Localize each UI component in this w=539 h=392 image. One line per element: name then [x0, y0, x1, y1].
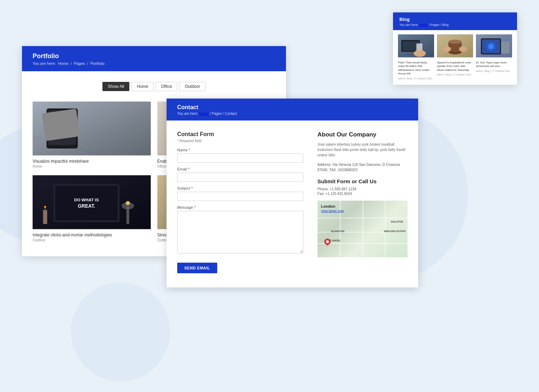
- message-textarea[interactable]: [177, 211, 303, 253]
- map-city-label: London: [321, 204, 335, 208]
- name-label: Name *: [177, 148, 303, 152]
- phone-text: Phone: +1.555.897.1234: [318, 187, 408, 191]
- email-field: Email *: [177, 167, 303, 182]
- portfolio-title: Portfolio: [33, 52, 275, 60]
- blog-title: Blog: [399, 17, 511, 22]
- subject-input[interactable]: [177, 192, 303, 201]
- contact-form-section: Contact Form * Required field Name * Ema…: [177, 131, 303, 273]
- required-note: * Required field: [177, 139, 303, 143]
- blog-article-2: SpaceX's Inspiration4 crew speaks from o…: [437, 61, 473, 80]
- filter-office[interactable]: Office: [156, 82, 177, 91]
- svg-point-36: [414, 50, 426, 57]
- portfolio-item-tag-1: Home: [33, 164, 151, 168]
- about-text: Jowl salami leberkas turkey pork brisket…: [318, 142, 408, 158]
- blog-breadcrumb-home[interactable]: Home: [419, 23, 428, 27]
- blog-article-meta-3: admin / Blog / 27 October 2021: [476, 70, 512, 72]
- portfolio-item-tag-3: Outdoor: [33, 238, 151, 242]
- blog-article-1: Peter Thiel would likely make $5 billion…: [398, 61, 434, 80]
- contact-info-section: About Our Company Jowl salami leberkas t…: [318, 131, 408, 273]
- map-placeholder: DALSTON ISLINGTON THE ANGEL NEW ERA ESTA…: [318, 201, 408, 257]
- blog-body: Peter Thiel would likely make $5 billion…: [393, 30, 517, 85]
- portfolio-thumb-phone: [33, 101, 151, 156]
- email-label: Email *: [177, 167, 303, 171]
- svg-rect-48: [501, 42, 510, 54]
- svg-point-19: [126, 201, 130, 205]
- send-email-button[interactable]: SEND EMAIL: [177, 263, 217, 273]
- svg-point-42: [459, 46, 467, 52]
- address-label: Address:: [318, 163, 331, 167]
- subject-field: Subject *: [177, 186, 303, 201]
- svg-point-41: [443, 46, 451, 52]
- blog-thumb-3: [476, 34, 512, 57]
- about-heading: About Our Company: [318, 131, 408, 138]
- contact-breadcrumb-home[interactable]: Home: [199, 112, 209, 116]
- portfolio-item-title-1: Visualize impactful mindshare: [33, 159, 151, 164]
- message-field: Message *: [177, 205, 303, 255]
- portfolio-item-title-3: Integrate clicks-and-mortar methodologie…: [33, 233, 151, 237]
- blog-article-title-3: Dr. Eric Topol says more Americans will …: [476, 61, 512, 68]
- blog-article-title-1: Peter Thiel would likely make $5 billion…: [398, 61, 434, 76]
- portfolio-header: Portfolio You are here: Home / Pages / P…: [22, 46, 286, 71]
- blog-article-3: Dr. Eric Topol says more Americans will …: [476, 61, 512, 80]
- filter-bar: Show All Home Office Outdoor: [33, 82, 275, 91]
- blog-header: Blog You are here: Home / Pages / Blog: [393, 12, 517, 30]
- portfolio-breadcrumb: You are here: Home / Pages / Portfolio: [33, 61, 275, 66]
- contact-heading: Submit Form or Call Us: [318, 178, 408, 184]
- contact-window: Contact You are here: Home / Pages / Con…: [167, 99, 418, 287]
- contact-title: Contact: [177, 104, 408, 111]
- subject-label: Subject *: [177, 186, 303, 190]
- svg-point-40: [448, 40, 462, 44]
- breadcrumb-home[interactable]: Home: [58, 61, 68, 66]
- fax-text: Fax: +1.125.431.6543: [318, 192, 408, 196]
- name-input[interactable]: [177, 153, 303, 163]
- svg-point-50: [326, 240, 329, 243]
- address-text: Address: Via Venezia 118 San Giacomo, D …: [318, 162, 408, 173]
- svg-point-22: [44, 206, 46, 208]
- email-input[interactable]: [177, 173, 303, 182]
- svg-text:GREAT.: GREAT.: [78, 203, 95, 209]
- filter-outdoor[interactable]: Outdoor: [179, 82, 205, 91]
- svg-rect-34: [402, 41, 419, 51]
- name-field: Name *: [177, 148, 303, 163]
- svg-point-47: [488, 44, 494, 49]
- portfolio-item[interactable]: DO WHAT IS GREAT. Integrate clicks-and-m…: [33, 175, 151, 242]
- blog-image-grid: [398, 34, 512, 57]
- bg-decoration-bottom: [71, 282, 170, 381]
- map-pin-icon: [324, 238, 331, 247]
- filter-show-all[interactable]: Show All: [102, 82, 129, 91]
- contact-breadcrumb: You are here: Home / Pages / Contact: [177, 112, 408, 116]
- contact-form-heading: Contact Form: [177, 131, 303, 138]
- portfolio-thumb-monitor: DO WHAT IS GREAT.: [33, 175, 151, 230]
- map-view-link[interactable]: View larger map: [321, 209, 344, 213]
- filter-home[interactable]: Home: [131, 82, 153, 91]
- blog-article-title-2: SpaceX's Inspiration4 crew speaks from o…: [437, 61, 473, 72]
- portfolio-item[interactable]: Visualize impactful mindshare Home: [33, 101, 151, 168]
- blog-article-meta-1: admin / Blog / 27 October 2021: [398, 77, 434, 80]
- blog-thumb-1: [398, 34, 434, 57]
- svg-rect-3: [42, 109, 80, 141]
- svg-text:DO WHAT IS: DO WHAT IS: [74, 197, 99, 202]
- map-area-new-era: NEW ERA ESTATE: [384, 230, 406, 233]
- blog-articles: Peter Thiel would likely make $5 billion…: [398, 61, 512, 80]
- contact-body: Contact Form * Required field Name * Ema…: [167, 121, 418, 287]
- svg-rect-20: [43, 210, 47, 224]
- breadcrumb-portfolio: Portfolio: [90, 61, 105, 66]
- blog-breadcrumb: You are here: Home / Pages / Blog: [399, 23, 511, 27]
- blog-window: Blog You are here: Home / Pages / Blog: [393, 12, 517, 85]
- message-label: Message *: [177, 205, 303, 209]
- blog-thumb-2: [437, 34, 473, 57]
- map-area-dalston: DALSTON: [391, 220, 403, 223]
- contact-header: Contact You are here: Home / Pages / Con…: [167, 99, 418, 121]
- map-area-islington: ISLINGTON: [331, 230, 344, 233]
- blog-article-meta-2: admin / Blog / 27 October 2021: [437, 73, 473, 76]
- breadcrumb-pages: Pages: [74, 61, 85, 66]
